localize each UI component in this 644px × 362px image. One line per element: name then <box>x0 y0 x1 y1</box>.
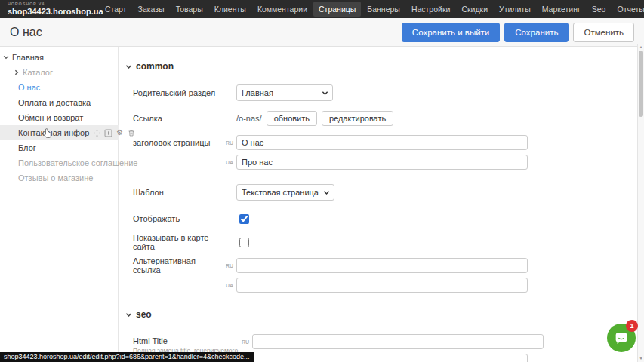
chevron-down-icon <box>3 54 9 60</box>
sidebar-item-label: Блог <box>18 143 36 152</box>
scroll-up-arrow-icon[interactable]: ▲ <box>638 44 644 51</box>
app-logo[interactable]: HOROSHOP V4 shop34423.horoshop.ua <box>8 2 97 16</box>
html-title-label: Html Title <box>133 336 168 345</box>
display-row: Отображать <box>119 213 638 224</box>
page-title-ua-input[interactable] <box>236 155 528 170</box>
alt-link-label: Альтернативная ссылка <box>133 256 222 275</box>
sidebar-item-store-reviews[interactable]: Отзывы о магазине <box>0 170 119 186</box>
chat-widget-button[interactable]: 1 <box>607 324 636 352</box>
shop-domain-label: shop34423.horoshop.ua <box>8 8 97 16</box>
section-seo-header[interactable]: seo <box>125 309 152 320</box>
move-item-icon[interactable] <box>93 129 101 137</box>
main-menu: Старт Заказы Товары Клиенты Комментарии … <box>100 2 644 17</box>
alt-link-ua-row: UA <box>119 278 638 293</box>
lang-tag-ua: UA <box>222 283 236 288</box>
sitemap-label: Показывать в карте сайта <box>133 233 222 251</box>
nav-discounts[interactable]: Скидки <box>456 2 493 17</box>
lang-tag-ru: RU <box>222 140 236 146</box>
cancel-button[interactable]: Отменить <box>573 23 634 42</box>
link-path-value: /o-nas/ <box>236 114 262 123</box>
template-row: Шаблон Текстовая страница <box>119 184 638 201</box>
tree-item-actions: ⚙ <box>93 129 135 137</box>
parent-section-row: Родительский раздел Главная <box>119 84 638 101</box>
nav-products[interactable]: Товары <box>171 2 208 17</box>
sidebar-item-label: Оплата и доставка <box>18 98 91 107</box>
collapse-chevron-icon <box>125 63 132 70</box>
section-title: common <box>136 61 174 72</box>
page-header: О нас Сохранить и выйти Сохранить Отмени… <box>0 18 644 47</box>
logo-version-label: HOROSHOP V4 <box>8 2 97 7</box>
add-subpage-icon[interactable] <box>104 129 112 137</box>
sidebar-item-label: Пользовательское соглашение <box>18 158 137 167</box>
alt-link-ru-row: Альтернативная ссылка RU <box>119 258 638 273</box>
html-title-ru-row: Html Title Полная замена title, генериру… <box>119 334 638 349</box>
sidebar-item-label: Обмен и возврат <box>18 113 83 122</box>
nav-settings[interactable]: Настройки <box>406 2 456 17</box>
header-actions: Сохранить и выйти Сохранить Отменить <box>402 23 634 42</box>
link-edit-button[interactable]: редактировать <box>322 111 393 126</box>
nav-orders[interactable]: Заказы <box>133 2 170 17</box>
top-navigation-bar: HOROSHOP V4 shop34423.horoshop.ua Старт … <box>0 0 644 18</box>
nav-comments[interactable]: Комментарии <box>252 2 313 17</box>
pages-tree-sidebar: Главная Каталог О нас Оплата и доставка … <box>0 47 119 362</box>
chevron-right-icon <box>14 69 20 75</box>
sidebar-item-label: Отзывы о магазине <box>18 173 93 183</box>
link-row: Ссылка /o-nas/ обновить редактировать <box>119 110 638 127</box>
page-title-ru-row: заголовок страницы RU <box>119 135 638 150</box>
nav-marketing[interactable]: Маркетинг <box>537 2 586 17</box>
nav-utilities[interactable]: Утилиты <box>494 2 536 17</box>
sidebar-item-label: Каталог <box>23 68 53 77</box>
page-title-label: заголовок страницы <box>133 138 222 147</box>
parent-section-select[interactable]: Главная <box>236 84 333 101</box>
display-label: Отображать <box>133 214 222 223</box>
save-button[interactable]: Сохранить <box>504 23 569 42</box>
link-label: Ссылка <box>133 114 222 123</box>
html-title-ru-input[interactable] <box>252 334 544 349</box>
sitemap-checkbox[interactable] <box>239 238 249 247</box>
template-label: Шаблон <box>133 188 222 197</box>
sidebar-item-catalog[interactable]: Каталог <box>0 65 119 80</box>
delete-trash-icon[interactable] <box>127 129 135 137</box>
browser-status-url: shop34423.horoshop.ua/edit/edit.php?id=6… <box>0 352 254 362</box>
sidebar-item-about[interactable]: О нас <box>0 80 119 95</box>
nav-reports[interactable]: Отчеты <box>612 2 644 17</box>
page-title-ru-input[interactable] <box>236 135 528 150</box>
lang-tag-ru: RU <box>238 334 252 345</box>
sidebar-item-contact-info[interactable]: Контактная инфор ⚙ <box>0 125 119 140</box>
collapse-chevron-icon <box>125 311 132 318</box>
scroll-down-arrow-icon[interactable]: ▼ <box>638 355 644 362</box>
parent-section-label: Родительский раздел <box>133 88 222 97</box>
save-and-exit-button[interactable]: Сохранить и выйти <box>402 23 500 42</box>
sitemap-row: Показывать в карте сайта <box>119 237 638 247</box>
lang-tag-ua: UA <box>222 160 236 165</box>
page-title-ua-row: UA <box>119 155 638 170</box>
alt-link-ua-input[interactable] <box>236 278 528 293</box>
nav-banners[interactable]: Баннеры <box>362 2 405 17</box>
chat-bubble-icon <box>613 330 630 346</box>
sidebar-item-payment-delivery[interactable]: Оплата и доставка <box>0 95 119 110</box>
nav-start[interactable]: Старт <box>100 2 132 17</box>
page-title: О нас <box>10 26 42 39</box>
sidebar-item-label: О нас <box>18 83 40 92</box>
lang-tag-ru: RU <box>222 263 236 268</box>
nav-clients[interactable]: Клиенты <box>209 2 251 17</box>
scrollbar-thumb[interactable] <box>639 51 643 117</box>
link-update-button[interactable]: обновить <box>267 111 317 126</box>
template-select[interactable]: Текстовая страница <box>236 184 334 201</box>
page-edit-form: common Родительский раздел Главная Ссылк… <box>119 47 638 362</box>
nav-pages[interactable]: Страницы <box>313 2 361 17</box>
vertical-scrollbar[interactable]: ▲ ▼ <box>637 44 644 362</box>
sidebar-item-user-agreement[interactable]: Пользовательское соглашение <box>0 155 119 170</box>
alt-link-ru-input[interactable] <box>236 258 528 273</box>
sidebar-item-home[interactable]: Главная <box>0 50 119 65</box>
sidebar-item-exchange-return[interactable]: Обмен и возврат <box>0 110 119 125</box>
sidebar-item-label: Главная <box>12 53 44 62</box>
sidebar-item-blog[interactable]: Блог <box>0 140 119 155</box>
section-common-header[interactable]: common <box>125 61 174 72</box>
chat-notification-badge: 1 <box>626 320 638 332</box>
html-title-ua-input[interactable] <box>236 354 528 362</box>
display-checkbox[interactable] <box>239 214 249 224</box>
settings-gear-icon[interactable]: ⚙ <box>116 129 124 137</box>
nav-seo[interactable]: Seo <box>587 2 612 17</box>
sidebar-item-label: Контактная инфор <box>18 128 89 137</box>
